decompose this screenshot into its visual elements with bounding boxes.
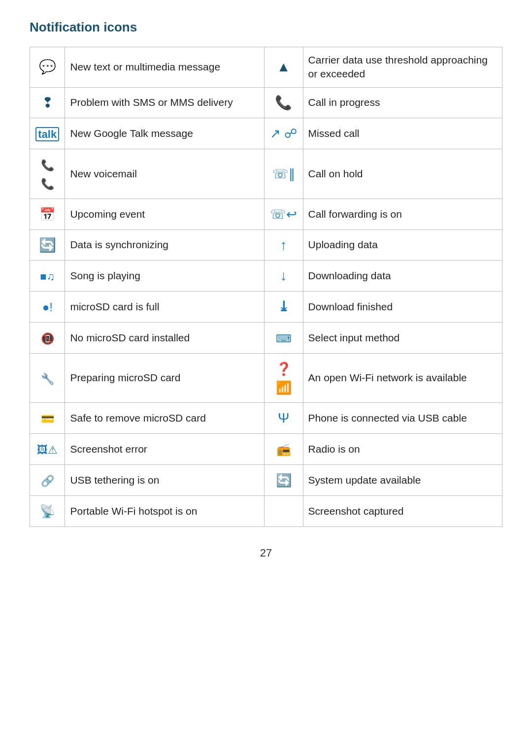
right-description-10: Phone is connected via USB cable [303,403,502,434]
left-description-6: Song is playing [65,261,264,292]
left-description-1: Problem with SMS or MMS delivery [65,87,264,118]
right-description-13: Screenshot captured [303,495,502,526]
table-row: 🔗USB tethering is on🔄System update avail… [30,465,502,496]
sms-icon: 💬 [30,47,65,88]
left-description-5: Data is synchronizing [65,230,264,261]
upcoming-event-icon: 📅 [30,198,65,230]
right-description-5: Uploading data [303,230,502,261]
right-description-0: Carrier data use threshold approaching o… [303,47,502,88]
open-wifi-icon: ❓📶 [264,353,303,403]
voicemail-icon: 📞📞 [30,149,65,199]
right-description-3: Call on hold [303,149,502,199]
missed-call-icon: ↗ ☍ [264,118,303,149]
left-description-2: New Google Talk message [65,118,264,149]
right-description-9: An open Wi-Fi network is available [303,353,502,403]
sms-problem-icon: ❢ [30,87,65,118]
download-finished-icon: ⤓ [264,292,303,323]
table-row: talkNew Google Talk message↗ ☍Missed cal… [30,118,502,149]
call-progress-icon: 📞 [264,87,303,118]
table-row: 🖼⚠Screenshot error📻Radio is on [30,434,502,465]
left-description-8: No microSD card installed [65,323,264,354]
right-description-8: Select input method [303,323,502,354]
right-description-6: Downloading data [303,261,502,292]
page-title: Notification icons [30,20,502,35]
left-description-4: Upcoming event [65,198,264,230]
downloading-icon: ↓ [264,261,303,292]
table-row: 💳Safe to remove microSD cardΨPhone is co… [30,403,502,434]
call-forwarding-icon: ☏↩ [264,198,303,230]
right-description-11: Radio is on [303,434,502,465]
table-row: 💬New text or multimedia message▲Carrier … [30,47,502,88]
left-description-10: Safe to remove microSD card [65,403,264,434]
screenshot-captured-icon [264,495,303,526]
table-row: 📅Upcoming event☏↩Call forwarding is on [30,198,502,230]
table-row: ■♫Song is playing↓Downloading data [30,261,502,292]
left-description-3: New voicemail [65,149,264,199]
left-description-13: Portable Wi-Fi hotspot is on [65,495,264,526]
right-description-7: Download finished [303,292,502,323]
preparing-sd-icon: 🔧 [30,353,65,403]
no-sd-icon: 📵 [30,323,65,354]
table-row: ❢Problem with SMS or MMS delivery📞Call i… [30,87,502,118]
right-description-4: Call forwarding is on [303,198,502,230]
song-playing-icon: ■♫ [30,261,65,292]
left-description-12: USB tethering is on [65,465,264,496]
sd-full-icon: ●! [30,292,65,323]
sync-icon: 🔄 [30,230,65,261]
call-hold-icon: ☏‖ [264,149,303,199]
left-description-11: Screenshot error [65,434,264,465]
table-row: 📡Portable Wi-Fi hotspot is onScreenshot … [30,495,502,526]
system-update-icon: 🔄 [264,465,303,496]
notification-icons-table: 💬New text or multimedia message▲Carrier … [30,47,502,527]
carrier-threshold-icon: ▲ [264,47,303,88]
left-description-9: Preparing microSD card [65,353,264,403]
table-row: ●!microSD card is full⤓Download finished [30,292,502,323]
table-row: 🔧Preparing microSD card❓📶An open Wi-Fi n… [30,353,502,403]
radio-on-icon: 📻 [264,434,303,465]
google-talk-icon: talk [30,118,65,149]
screenshot-error-icon: 🖼⚠ [30,434,65,465]
left-description-0: New text or multimedia message [65,47,264,88]
page-number: 27 [30,547,502,559]
safe-remove-sd-icon: 💳 [30,403,65,434]
input-method-icon: ⌨ [264,323,303,354]
right-description-12: System update available [303,465,502,496]
table-row: 🔄Data is synchronizing↑Uploading data [30,230,502,261]
usb-tethering-icon: 🔗 [30,465,65,496]
table-row: 📞📞New voicemail☏‖Call on hold [30,149,502,199]
table-row: 📵No microSD card installed⌨Select input … [30,323,502,354]
left-description-7: microSD card is full [65,292,264,323]
right-description-2: Missed call [303,118,502,149]
hotspot-icon: 📡 [30,495,65,526]
usb-connected-icon: Ψ [264,403,303,434]
right-description-1: Call in progress [303,87,502,118]
uploading-icon: ↑ [264,230,303,261]
